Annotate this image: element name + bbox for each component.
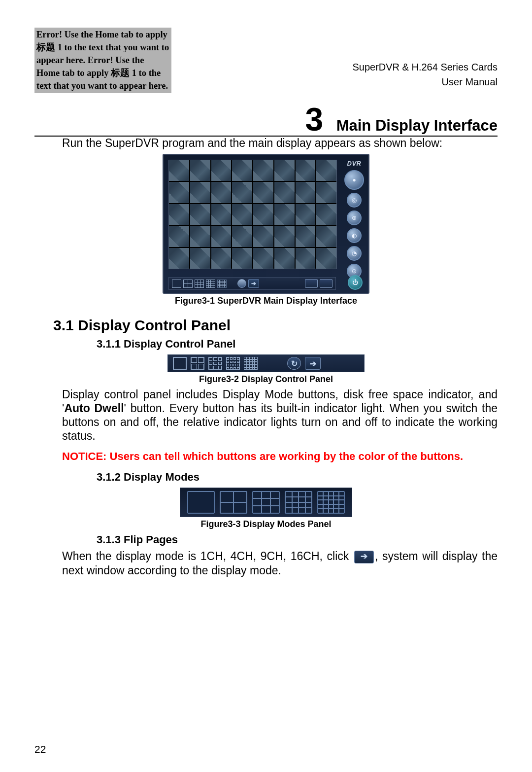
dvr-side-panel: DVR ● ◎ ⊕ ◐ ◔ ⊙: [344, 160, 365, 279]
display-control-panel-bar: ↻ ➔: [167, 354, 365, 372]
display-modes-panel: [180, 488, 352, 517]
ptz-icon[interactable]: ◎: [347, 193, 362, 208]
chapter-intro: Run the SuperDVR program and the main di…: [62, 137, 498, 150]
mode-big-4-button[interactable]: [220, 491, 247, 514]
figure-3-3-caption: Figure3-3 Display Modes Panel: [34, 519, 498, 529]
mode-4-button[interactable]: [191, 357, 204, 370]
mode-9-button[interactable]: [208, 357, 222, 370]
dvr-bottom-toolbar: ➔: [168, 277, 336, 290]
mode-25-button[interactable]: [244, 357, 258, 370]
error-sidebar-note: Error! Use the Home tab to apply 标题 1 to…: [34, 28, 171, 93]
inline-next-page-icon[interactable]: ➔: [354, 551, 374, 563]
notice-text: NOTICE: Users can tell which buttons are…: [62, 450, 498, 464]
section-3-1-heading: 3.1 Display Control Panel: [53, 317, 498, 334]
figure-3-2-caption: Figure3-2 Display Control Panel: [34, 374, 498, 385]
zoom-icon[interactable]: ⊕: [347, 211, 362, 225]
mode-1-button[interactable]: [173, 357, 187, 370]
search-icon[interactable]: ◔: [347, 246, 362, 261]
video-grid: [168, 160, 337, 269]
mode-16ch-icon[interactable]: [206, 280, 215, 288]
autodwell-button[interactable]: ↻: [287, 357, 301, 370]
disk-indicator-icon-2: [320, 279, 332, 288]
next-page-button[interactable]: ➔: [305, 357, 321, 370]
page-number: 22: [34, 743, 46, 755]
figure-3-3: Figure3-3 Display Modes Panel: [34, 488, 498, 529]
section-3-1-3-heading: 3.1.3 Flip Pages: [97, 533, 498, 546]
chapter-number: 3: [305, 101, 323, 138]
figure-3-1-caption: Figure3-1 SuperDVR Main Display Interfac…: [34, 296, 498, 306]
mode-big-9-button[interactable]: [252, 491, 280, 514]
mode-9ch-icon[interactable]: [195, 280, 204, 288]
section-3-1-2-heading: 3.1.2 Display Modes: [97, 471, 498, 484]
power-icon[interactable]: ⏻: [348, 275, 363, 290]
figure-3-1: DVR ● ◎ ⊕ ◐ ◔ ⊙ ➔ ⏻: [34, 154, 498, 306]
record-icon[interactable]: ●: [344, 170, 364, 190]
mode-1ch-icon[interactable]: [172, 280, 181, 288]
disk-indicator-icon: [305, 279, 318, 288]
chapter-title: Main Display Interface: [336, 117, 498, 134]
section-3-1-1-heading: 3.1.1 Display Control Panel: [97, 338, 498, 351]
mode-16-button[interactable]: [226, 357, 240, 370]
next-page-small-icon[interactable]: ➔: [248, 279, 259, 288]
mode-4ch-icon[interactable]: [183, 280, 193, 288]
chapter-heading: 3 Main Display Interface: [34, 103, 498, 137]
section-3-1-1-body: Display control panel includes Display M…: [62, 387, 498, 443]
autodwell-small-icon[interactable]: [237, 279, 246, 288]
dvr-main-window: DVR ● ◎ ⊕ ◐ ◔ ⊙ ➔ ⏻: [163, 154, 369, 294]
settings-icon[interactable]: ◐: [347, 228, 362, 243]
mode-big-25-button[interactable]: [317, 491, 345, 514]
mode-big-1-button[interactable]: [187, 491, 215, 514]
figure-3-2: ↻ ➔ Figure3-2 Display Control Panel: [34, 354, 498, 385]
mode-big-16-button[interactable]: [285, 491, 312, 514]
section-3-1-3-body: When the display mode is 1CH, 4CH, 9CH, …: [62, 549, 498, 577]
mode-25ch-icon[interactable]: [217, 280, 227, 288]
dvr-logo: DVR: [347, 160, 362, 167]
